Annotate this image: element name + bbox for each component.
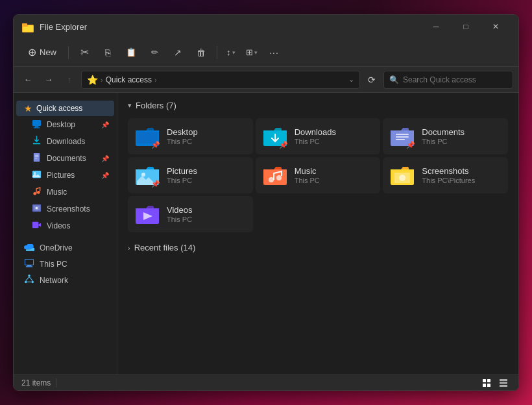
addressbar: ← → ↑ ⭐ › Quick access › ⌄ ⟳ 🔍: [14, 67, 518, 93]
svg-rect-18: [32, 222, 38, 228]
thispc-icon: [24, 258, 34, 269]
svg-rect-9: [35, 156, 39, 157]
path-quick-access[interactable]: Quick access: [106, 75, 152, 84]
folder-grid: 📌 Desktop This PC 📌: [128, 118, 508, 232]
onedrive-icon: [24, 242, 34, 253]
recent-section-header[interactable]: › Recent files (14): [128, 243, 508, 252]
folder-item-screenshots[interactable]: Screenshots This PC\Pictures: [383, 157, 508, 193]
sidebar-network-label: Network: [40, 276, 68, 285]
folder-name-videos: Videos: [167, 205, 193, 215]
back-button[interactable]: ←: [19, 71, 37, 89]
folder-sub-pictures: This PC: [167, 177, 197, 184]
sidebar-item-videos[interactable]: Videos: [16, 217, 114, 234]
sidebar: ★ Quick access Desktop 📌: [14, 93, 117, 374]
view-chevron: ▾: [254, 49, 258, 56]
forward-button[interactable]: →: [40, 71, 58, 89]
sidebar-desktop-label: Desktop: [47, 120, 75, 129]
svg-rect-22: [26, 266, 33, 267]
videos-icon: [32, 220, 42, 232]
folder-item-videos[interactable]: Videos This PC: [128, 196, 253, 232]
app-icon: [21, 20, 34, 33]
sidebar-quick-access[interactable]: ★ Quick access: [16, 101, 114, 116]
folder-info-desktop: Desktop This PC: [167, 127, 198, 145]
folder-name-desktop: Desktop: [167, 127, 198, 137]
sidebar-item-pictures[interactable]: Pictures 📌: [16, 167, 114, 184]
search-input[interactable]: [403, 75, 507, 84]
svg-point-35: [269, 177, 274, 182]
svg-rect-21: [27, 265, 32, 267]
view-button[interactable]: ⊞ ▾: [242, 42, 261, 63]
path-dropdown-icon[interactable]: ⌄: [348, 75, 354, 84]
statusbar-view-controls: [479, 376, 511, 390]
pin-icon-pic: 📌: [101, 172, 109, 179]
refresh-button[interactable]: ⟳: [363, 71, 381, 89]
rename-button[interactable]: ✏: [144, 42, 165, 63]
svg-point-14: [37, 191, 40, 194]
delete-button[interactable]: 🗑: [191, 42, 212, 63]
folder-thumb-music: [262, 162, 288, 188]
folder-item-music[interactable]: Music This PC: [256, 157, 381, 193]
desktop-icon: [32, 119, 42, 130]
folder-info-screenshots: Screenshots This PC\Pictures: [422, 166, 475, 184]
folders-section-header[interactable]: ▾ Folders (7): [128, 101, 508, 110]
view-list-button[interactable]: [496, 376, 511, 390]
svg-rect-6: [34, 127, 40, 128]
more-button[interactable]: ···: [264, 42, 285, 63]
sidebar-screenshots-label: Screenshots: [47, 204, 90, 214]
toolbar-divider-2: [217, 46, 217, 59]
sidebar-item-documents[interactable]: Documents 📌: [16, 150, 114, 167]
pin-icon-doc: 📌: [101, 155, 109, 162]
folder-info-documents: Documents This PC: [422, 127, 465, 145]
path-sep-2: ›: [154, 76, 157, 84]
close-button[interactable]: ✕: [481, 15, 511, 38]
sidebar-item-downloads[interactable]: Downloads: [16, 133, 114, 150]
sidebar-item-onedrive[interactable]: OneDrive: [16, 239, 114, 256]
svg-rect-5: [35, 126, 39, 127]
folder-item-desktop[interactable]: 📌 Desktop This PC: [128, 118, 253, 154]
folder-item-downloads[interactable]: 📌 Downloads This PC: [256, 118, 381, 154]
maximize-button[interactable]: □: [451, 15, 481, 38]
svg-rect-3: [22, 25, 28, 27]
music-icon: [32, 186, 42, 198]
sidebar-item-thispc[interactable]: This PC: [16, 256, 114, 272]
share-button[interactable]: ↗: [167, 42, 188, 63]
folder-thumb-pictures: 📌: [134, 162, 160, 188]
downloads-icon: [32, 136, 42, 147]
recent-chevron-icon: ›: [128, 244, 130, 252]
new-button[interactable]: ⊕ New: [21, 43, 63, 62]
folder-thumb-downloads: 📌: [262, 123, 288, 149]
search-box[interactable]: 🔍: [383, 71, 513, 89]
folder-info-videos: Videos This PC: [167, 205, 193, 223]
star-icon: ★: [24, 103, 32, 114]
minimize-button[interactable]: ─: [421, 15, 451, 38]
sort-button[interactable]: ↕ ▾: [223, 42, 239, 63]
cut-icon: ✂: [80, 46, 89, 58]
titlebar: File Explorer ─ □ ✕: [14, 15, 518, 38]
svg-point-17: [36, 207, 38, 210]
new-label: New: [40, 47, 56, 57]
copy-button[interactable]: ⎘: [97, 42, 118, 63]
folder-thumb-videos: [134, 201, 160, 227]
file-explorer-window: File Explorer ─ □ ✕ ⊕ New ✂ ⎘ 📋 ✏ ↗ 🗑: [13, 14, 519, 391]
folder-info-music: Music This PC: [295, 166, 320, 184]
up-button[interactable]: ↑: [60, 71, 79, 89]
sidebar-item-network[interactable]: Network: [16, 272, 114, 288]
address-path[interactable]: ⭐ › Quick access › ⌄: [81, 71, 360, 89]
folder-thumb-screenshots: [389, 162, 415, 188]
svg-line-27: [26, 277, 29, 281]
sidebar-item-desktop[interactable]: Desktop 📌: [16, 116, 114, 133]
view-grid-button[interactable]: [479, 376, 494, 390]
paste-button[interactable]: 📋: [121, 42, 141, 63]
view-icon: ⊞: [246, 47, 253, 57]
folder-item-documents[interactable]: 📌 Documents This PC: [383, 118, 508, 154]
folder-item-pictures[interactable]: 📌 Pictures This PC: [128, 157, 253, 193]
sort-icon: ↕: [226, 47, 231, 57]
sidebar-item-screenshots[interactable]: Screenshots: [16, 201, 114, 217]
sidebar-item-music[interactable]: Music: [16, 184, 114, 201]
search-icon: 🔍: [389, 75, 399, 84]
svg-rect-44: [500, 379, 507, 381]
cut-button[interactable]: ✂: [74, 42, 95, 63]
path-star-icon: ⭐: [87, 75, 98, 85]
folder-sub-downloads: This PC: [295, 138, 336, 145]
svg-line-28: [29, 277, 32, 281]
